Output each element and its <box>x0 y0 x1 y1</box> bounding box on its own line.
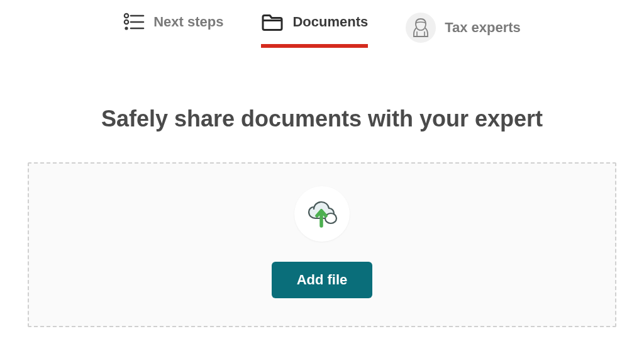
tab-documents[interactable]: Documents <box>261 13 368 44</box>
page-title: Safely share documents with your expert <box>28 106 616 132</box>
tabs-bar: Next steps Documents Tax experts <box>0 0 644 55</box>
svg-point-4 <box>125 26 128 30</box>
tab-next-steps[interactable]: Next steps <box>123 13 223 44</box>
cloud-upload-icon <box>294 186 350 242</box>
tab-label: Next steps <box>153 14 223 30</box>
tab-tax-experts[interactable]: Tax experts <box>406 13 521 55</box>
main-content: Safely share documents with your expert … <box>0 106 644 327</box>
svg-point-2 <box>125 20 128 24</box>
tab-label: Documents <box>292 14 368 30</box>
checklist-icon <box>123 13 145 31</box>
expert-avatar-icon <box>406 13 436 43</box>
folder-icon <box>261 13 284 31</box>
tab-label: Tax experts <box>445 20 521 36</box>
upload-dropzone[interactable]: Add file <box>28 162 616 327</box>
svg-point-0 <box>125 14 128 18</box>
add-file-button[interactable]: Add file <box>272 262 373 298</box>
